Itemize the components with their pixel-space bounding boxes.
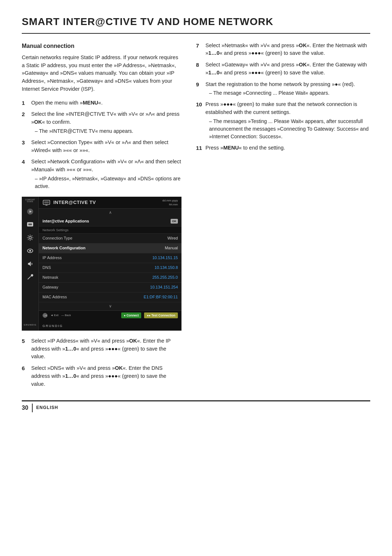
step-7: 7 Select »Netmask« with »V« and press »O… xyxy=(196,42,370,58)
tv-value-dns: 10.134.150.8 xyxy=(155,265,178,271)
svg-line-7 xyxy=(28,276,30,279)
page-footer: 30 ENGLISH xyxy=(22,400,370,412)
tv-up-arrow: ∧ xyxy=(39,209,181,217)
step-2-num: 2 xyxy=(22,110,28,135)
tv-menu-row-app: inter@ctive Applications OK xyxy=(39,217,181,226)
step-2: 2 Select the line »INTER@CTIVE TV« with … xyxy=(22,110,181,135)
step-10-num: 10 xyxy=(196,101,203,140)
step-11: 11 Press »MENU« to end the setting. xyxy=(196,144,370,152)
step-7-num: 7 xyxy=(196,42,203,58)
tv-row-network-config: Network Configuration Manual xyxy=(39,244,181,253)
page-title: SMART INTER@CTIVE TV AND HOME NETWORK xyxy=(22,15,370,34)
svg-rect-3 xyxy=(28,223,32,225)
tv-main-screen: INTER@CTIVE TV dd.mm.yyyyhh:mm ∧ inter@c… xyxy=(38,197,181,331)
step-4: 4 Select »Network Configuration« with »V… xyxy=(22,158,181,190)
tv-row-dns: DNS 10.134.150.8 xyxy=(39,263,181,273)
tv-mockup: COMFORTGUIDE xyxy=(22,197,181,331)
step-4-num: 4 xyxy=(22,158,28,190)
sidebar-icon-tools xyxy=(25,272,35,282)
tv-header-icon xyxy=(42,199,50,207)
tv-footer-exit: ◄ Exit xyxy=(50,314,58,318)
step-3: 3 Select »Connection Type« with »V« or »… xyxy=(22,139,181,155)
tv-value-netmask: 255.255.255.0 xyxy=(152,275,178,281)
tv-header-title: INTER@CTIVE TV xyxy=(53,199,159,206)
tv-label-mac: MAC Address xyxy=(42,294,142,300)
tv-header: INTER@CTIVE TV dd.mm.yyyyhh:mm xyxy=(39,197,181,209)
sidebar-icon-eye xyxy=(25,246,35,256)
step-1: 1 Open the menu with »MENU«. xyxy=(22,99,181,107)
tv-label-connection-type: Connection Type xyxy=(42,236,165,241)
grundig-logo-text: GRUNDIG xyxy=(42,324,63,328)
tv-label-dns: DNS xyxy=(42,265,152,271)
step-11-num: 11 xyxy=(196,144,203,152)
svg-text:OK: OK xyxy=(44,314,48,317)
sidebar-icon-play xyxy=(25,207,35,217)
tv-connect-button: ● Connect xyxy=(121,312,142,318)
svg-point-4 xyxy=(29,236,32,239)
step-6-num: 6 xyxy=(22,364,28,388)
tv-label-network-config: Network Configuration xyxy=(42,245,163,251)
tv-sidebar: COMFORTGUIDE xyxy=(22,197,38,331)
tv-row-mac: MAC Address E1:DF:BF:92:00:11 xyxy=(39,293,181,302)
tv-row-netmask: Netmask 255.255.255.0 xyxy=(39,273,181,283)
page-number: 30 xyxy=(22,404,33,412)
sidebar-comfort-guide-label: COMFORTGUIDE xyxy=(25,199,35,203)
step-8-num: 8 xyxy=(196,61,203,77)
tv-header-time: dd.mm.yyyyhh:mm xyxy=(162,199,178,207)
tv-footer-back: — Back xyxy=(61,314,71,318)
step-9: 9 Start the registration to the home net… xyxy=(196,81,370,97)
step-9-num: 9 xyxy=(196,81,203,97)
tv-label-netmask: Netmask xyxy=(42,275,150,281)
sidebar-icon-audio xyxy=(25,259,35,269)
svg-point-6 xyxy=(29,250,31,252)
tv-value-gateway: 10.134.151.254 xyxy=(150,285,178,290)
tv-ok-badge: OK xyxy=(171,219,178,224)
tv-footer-actions: ● Connect ●● Test Connection xyxy=(121,312,178,318)
tv-menu-label-app: inter@ctive Applications xyxy=(42,218,168,224)
step-5-num: 5 xyxy=(22,337,28,361)
tv-footer: OK ◄ Exit — Back ● Connect ●● Test Conne… xyxy=(39,310,181,320)
svg-rect-9 xyxy=(44,201,49,203)
step-5: 5 Select »IP Address« with »V« and press… xyxy=(22,337,181,361)
tv-network-settings-label: Network Settings xyxy=(42,228,178,233)
step-1-num: 1 xyxy=(22,99,28,107)
tv-test-connection-button: ●● Test Connection xyxy=(144,312,178,318)
tv-value-mac: E1:DF:BF:92:00:11 xyxy=(144,294,178,300)
grundig-sidebar-logo: GRUNDIG xyxy=(24,324,36,326)
step-8: 8 Select »Gateway« with »V« and press »O… xyxy=(196,61,370,77)
page-language: ENGLISH xyxy=(36,405,58,411)
grundig-logo-area: GRUNDIG xyxy=(39,320,181,331)
tv-section-header: Network Settings xyxy=(39,226,181,234)
step-10: 10 Press »●●●« (green) to make sure that… xyxy=(196,101,370,140)
tv-down-arrow: ∨ xyxy=(39,302,181,310)
tv-label-ip: IP Address xyxy=(42,255,150,261)
tv-value-connection-type: Wired xyxy=(167,236,178,241)
step-6: 6 Select »DNS« with »V« and press »OK«. … xyxy=(22,364,181,388)
intro-text: Certain networks require Static IP addre… xyxy=(22,54,181,93)
tv-value-ip: 10.134.151.15 xyxy=(152,255,178,261)
tv-footer-ok: OK xyxy=(42,313,48,318)
section-heading: Manual connection xyxy=(22,42,181,50)
tv-row-gateway: Gateway 10.134.151.254 xyxy=(39,283,181,293)
tv-label-gateway: Gateway xyxy=(42,285,148,290)
sidebar-icon-interactive xyxy=(25,220,35,230)
tv-row-ip: IP Address 10.134.151.15 xyxy=(39,253,181,263)
sidebar-icon-settings xyxy=(25,233,35,243)
tv-value-network-config: Manual xyxy=(165,245,178,251)
step-3-num: 3 xyxy=(22,139,28,155)
tv-row-connection-type: Connection Type Wired xyxy=(39,234,181,244)
